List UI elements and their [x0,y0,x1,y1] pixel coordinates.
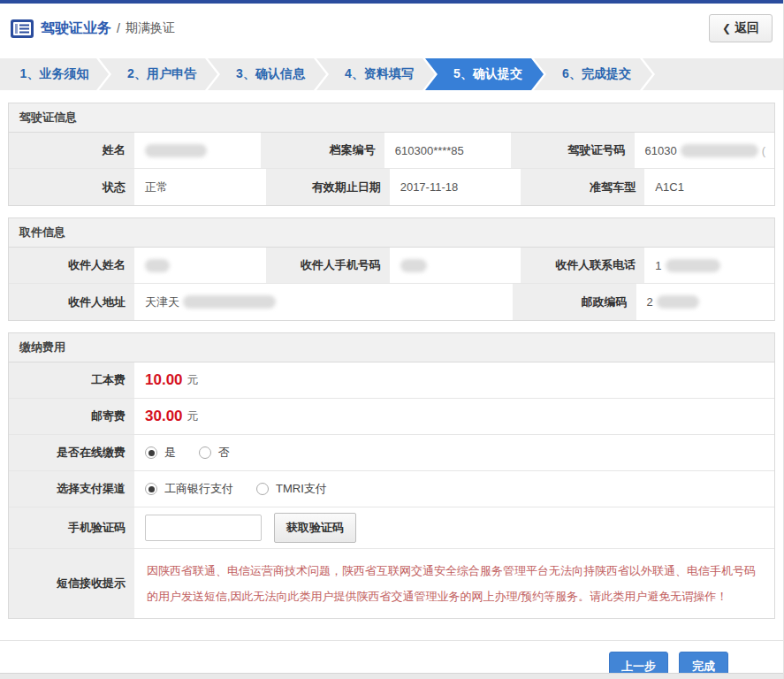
redacted-recipient-name [145,259,170,272]
recipient-name-label: 收件人姓名 [9,248,136,283]
license-number-value: 61030 ( [636,133,775,168]
cost-fee-amount: 10.00 [145,371,183,389]
table-row: 手机验证码 获取验证码 [9,507,774,549]
mail-fee-label: 邮寄费 [9,399,136,434]
recipient-address-label: 收件人地址 [9,284,136,320]
payment-channel-options: 工商银行支付 TMRI支付 [136,471,774,507]
breadcrumb-current: 期满换证 [126,20,175,36]
recipient-mobile-value [392,248,520,283]
mail-fee-unit: 元 [187,408,199,424]
cost-fee-value: 10.00 元 [136,362,774,398]
back-button-label: 返回 [735,20,759,36]
pickup-info-section: 取件信息 收件人姓名 收件人手机号码 收件人联系电话 1 收件人地址 天津天 邮… [8,217,775,321]
expiry-value: 2017-11-18 [392,169,520,205]
step-wizard: 1、业务须知 2、用户申告 3、确认信息 4、资料填写 5、确认提交 6、完成提… [0,58,783,90]
license-section-title: 驾驶证信息 [9,103,774,133]
postal-code-label: 邮政编码 [511,284,638,320]
fees-section: 缴纳费用 工本费 10.00 元 邮寄费 30.00 元 是否在线缴费 是 否 [8,332,775,619]
table-row: 收件人姓名 收件人手机号码 收件人联系电话 1 [9,248,774,284]
online-payment-options: 是 否 [136,435,774,470]
page-header: 驾驶证业务 / 期满换证 ❮ 返回 [0,4,783,53]
radio-unchecked-icon[interactable] [256,483,269,495]
license-info-section: 驾驶证信息 姓名 档案编号 610300****85 驾驶证号码 61030 (… [8,103,775,206]
radio-option-tmri[interactable]: TMRI支付 [256,481,327,497]
phone-prefix: 1 [655,259,661,272]
status-value: 正常 [136,169,264,205]
recipient-phone-value: 1 [646,248,774,283]
pickup-section-title: 取件信息 [9,218,774,248]
radio-option-icbc[interactable]: 工商银行支付 [145,481,233,497]
table-row: 选择支付渠道 工商银行支付 TMRI支付 [9,471,774,507]
sms-code-field: 获取验证码 [136,507,774,548]
table-row: 姓名 档案编号 610300****85 驾驶证号码 61030 ( [9,133,774,169]
payment-channel-label: 选择支付渠道 [9,471,136,507]
recipient-name-value [136,248,264,283]
online-payment-label: 是否在线缴费 [9,435,136,470]
radio-unchecked-icon[interactable] [199,446,211,459]
recipient-mobile-label: 收件人手机号码 [264,248,392,283]
radio-tmri-label: TMRI支付 [276,481,327,497]
license-number-prefix: 61030 [645,144,677,157]
license-business-icon [11,19,34,38]
license-number-suffix: ( [762,144,765,157]
file-number-value: 610300****85 [386,133,509,168]
table-row: 是否在线缴费 是 否 [9,435,774,471]
radio-icbc-label: 工商银行支付 [164,481,233,497]
postal-prefix: 2 [647,295,653,309]
sms-code-input[interactable] [145,515,262,541]
wizard-step-3: 3、确认信息 [208,58,326,90]
cost-fee-unit: 元 [187,372,199,388]
wizard-filler [643,58,783,90]
status-label: 状态 [9,169,136,205]
bottom-strip [0,673,783,679]
table-row: 收件人地址 天津天 邮政编码 2 [9,284,774,320]
table-row: 状态 正常 有效期止日期 2017-11-18 准驾车型 A1C1 [9,169,774,205]
redacted-mobile [400,259,427,272]
radio-no-label: 否 [218,445,230,461]
mail-fee-amount: 30.00 [145,408,183,425]
cost-fee-label: 工本费 [9,362,136,398]
radio-checked-icon[interactable] [145,446,157,459]
radio-option-yes[interactable]: 是 [145,445,176,461]
radio-yes-label: 是 [164,445,176,461]
vehicle-class-label: 准驾车型 [519,169,646,205]
get-code-button[interactable]: 获取验证码 [274,513,356,543]
sms-notice-label: 短信接收提示 [9,549,136,618]
sms-code-label: 手机验证码 [9,507,136,548]
wizard-step-5-active: 5、确认提交 [425,58,544,90]
fees-section-title: 缴纳费用 [9,333,774,362]
table-row: 工本费 10.00 元 [9,362,774,399]
wizard-step-6: 6、完成提交 [534,58,652,90]
page-title: 驾驶证业务 [41,19,111,38]
expiry-label: 有效期止日期 [264,169,392,205]
chevron-left-icon: ❮ [722,22,731,34]
address-prefix: 天津天 [145,294,179,310]
breadcrumb-separator: / [117,21,120,35]
wizard-step-2: 2、用户申告 [99,58,217,90]
recipient-phone-label: 收件人联系电话 [519,248,646,283]
name-label: 姓名 [9,133,136,168]
sms-notice-text: 因陕西省联通、电信运营商技术问题，陕西省互联网交通安全综合服务管理平台无法向持陕… [145,554,765,613]
radio-option-no[interactable]: 否 [199,445,230,461]
radio-checked-icon[interactable] [145,483,157,495]
mail-fee-value: 30.00 元 [136,399,774,434]
name-value [136,133,259,168]
recipient-address-value: 天津天 [136,284,511,320]
redacted-phone [666,259,720,272]
redacted-postal-code [657,295,699,309]
postal-code-value: 2 [638,284,775,320]
back-button[interactable]: ❮ 返回 [709,14,773,42]
file-number-label: 档案编号 [259,133,386,168]
redacted-address [183,295,276,309]
vehicle-class-value: A1C1 [646,169,774,205]
wizard-step-4: 4、资料填写 [316,58,435,90]
license-number-label: 驾驶证号码 [509,133,636,168]
wizard-step-1: 1、业务须知 [0,58,109,90]
redacted-license-number [681,144,758,157]
sms-notice-value: 因陕西省联通、电信运营商技术问题，陕西省互联网交通安全综合服务管理平台无法向持陕… [136,549,774,618]
table-row: 邮寄费 30.00 元 [9,399,774,435]
redacted-name [145,144,207,157]
table-row: 短信接收提示 因陕西省联通、电信运营商技术问题，陕西省互联网交通安全综合服务管理… [9,549,774,618]
